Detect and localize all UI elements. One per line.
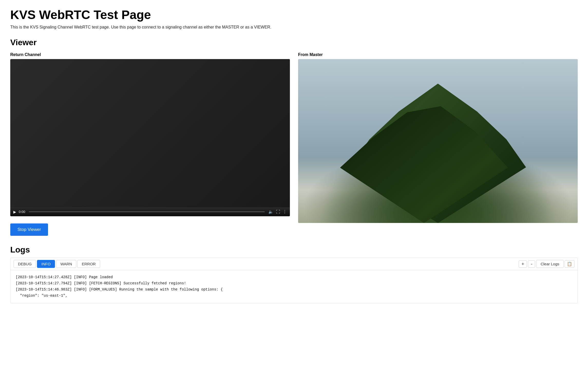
- clear-logs-button[interactable]: Clear Logs: [536, 260, 564, 268]
- video-placeholder: [10, 59, 290, 208]
- return-channel-player: ▶ 0:00 🔈 ⛶ ⋮: [10, 59, 290, 217]
- logs-panel: DEBUG INFO WARN ERROR + - Clear Logs 📋 […: [10, 258, 578, 303]
- log-filter-warn[interactable]: WARN: [56, 260, 76, 268]
- log-filter-debug[interactable]: DEBUG: [14, 260, 36, 268]
- viewer-section-title: Viewer: [10, 38, 578, 47]
- return-channel-label: Return Channel: [10, 52, 290, 57]
- from-master-player: [298, 59, 578, 223]
- fullscreen-icon[interactable]: ⛶: [276, 210, 280, 214]
- logs-content: [2023-10-14T15:14:27.428Z] [INFO] Page l…: [11, 270, 577, 303]
- page-subtitle: This is the KVS Signaling Channel WebRTC…: [10, 25, 578, 30]
- logs-section-title: Logs: [10, 245, 578, 255]
- font-decrease-button[interactable]: -: [528, 260, 535, 268]
- log-entry-2: [2023-10-14T15:14:46.983Z] [INFO] [FORM_…: [16, 287, 572, 293]
- log-entry-3: "region": "us-east-1",: [16, 293, 572, 299]
- video-time: 0:00: [19, 210, 25, 214]
- log-filter-info[interactable]: INFO: [37, 260, 55, 268]
- from-master-container: From Master: [298, 52, 578, 217]
- from-master-label: From Master: [298, 52, 578, 57]
- font-increase-button[interactable]: +: [519, 260, 527, 268]
- plant-image: [298, 59, 578, 223]
- log-filter-error[interactable]: ERROR: [77, 260, 100, 268]
- stop-viewer-button[interactable]: Stop Viewer: [10, 223, 48, 236]
- video-row: Return Channel ▶ 0:00 🔈 ⛶ ⋮ From Master: [10, 52, 578, 217]
- more-options-icon[interactable]: ⋮: [283, 209, 287, 214]
- video-controls: ▶ 0:00 🔈 ⛶ ⋮: [10, 207, 290, 216]
- log-entry-0: [2023-10-14T15:14:27.428Z] [INFO] Page l…: [16, 274, 572, 280]
- logs-toolbar: DEBUG INFO WARN ERROR + - Clear Logs 📋: [11, 258, 577, 270]
- page-title: KVS WebRTC Test Page: [10, 8, 578, 22]
- mute-icon[interactable]: 🔈: [268, 209, 273, 214]
- log-entry-1: [2023-10-14T15:14:27.794Z] [INFO] [FETCH…: [16, 280, 572, 287]
- copy-logs-button[interactable]: 📋: [565, 260, 574, 268]
- return-channel-container: Return Channel ▶ 0:00 🔈 ⛶ ⋮: [10, 52, 290, 217]
- play-icon[interactable]: ▶: [13, 210, 16, 214]
- video-progress-bar[interactable]: [29, 211, 265, 212]
